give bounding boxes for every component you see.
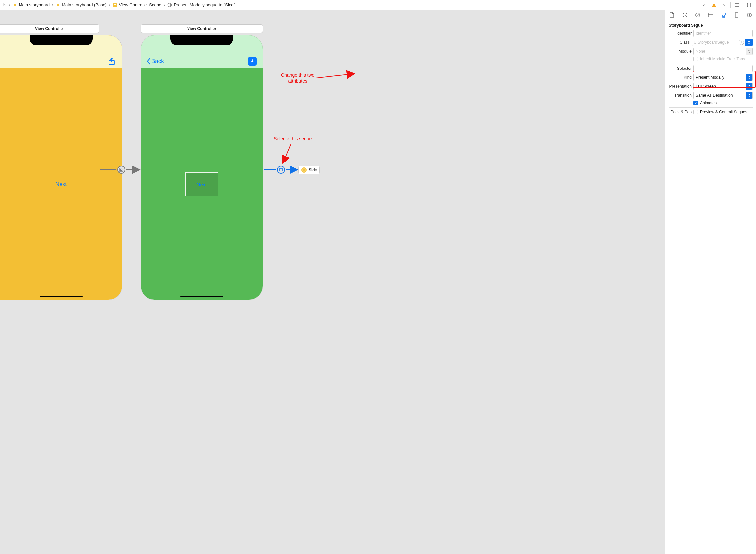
outline-toggle-button[interactable]: [733, 1, 741, 9]
identity-icon: [708, 13, 713, 17]
svg-rect-22: [121, 169, 122, 171]
next-button[interactable]: Next: [55, 181, 67, 188]
selector-input[interactable]: [693, 65, 753, 72]
class-input[interactable]: [692, 39, 746, 46]
row-inherit: Inherit Module From Target: [669, 57, 753, 61]
home-indicator-icon: [40, 295, 83, 297]
svg-rect-9: [714, 6, 714, 6]
svg-rect-5: [114, 4, 116, 5]
attributes-icon: [721, 12, 726, 18]
svg-point-6: [168, 3, 172, 7]
scene-title-bar[interactable]: View Controller: [140, 24, 263, 33]
chevron-right-icon: ›: [51, 2, 54, 8]
animates-checkbox[interactable]: [693, 101, 698, 105]
tab-help[interactable]: ?: [693, 11, 702, 19]
download-button[interactable]: [248, 57, 257, 65]
svg-line-20: [283, 144, 291, 163]
breadcrumb-label: Present Modally segue to "Side": [174, 2, 235, 7]
field-label: Module: [669, 49, 693, 54]
field-label: Class: [669, 40, 692, 45]
field-label: Presentation: [669, 84, 693, 89]
inherit-checkbox[interactable]: [693, 57, 698, 61]
field-label: Peek & Pop: [669, 110, 693, 114]
segue-node[interactable]: [117, 166, 125, 174]
scene-title-label: View Controller: [187, 26, 216, 31]
issues-button[interactable]: [710, 1, 718, 9]
clock-icon: [682, 12, 688, 17]
segue-kind-icon: [279, 167, 284, 172]
chevron-left-icon: [147, 58, 151, 64]
module-dropdown[interactable]: None: [693, 48, 753, 55]
share-button[interactable]: [108, 57, 116, 65]
history-back-button[interactable]: ‹: [700, 1, 708, 9]
row-kind: Kind Present Modally: [669, 74, 753, 81]
share-icon: [108, 57, 115, 65]
breadcrumb-seg-base[interactable]: Main.storyboard (Base): [54, 0, 108, 10]
breadcrumb-seg-folder[interactable]: ls: [2, 0, 8, 10]
svg-rect-7: [169, 4, 171, 6]
breadcrumb-label: View Controller Scene: [119, 2, 162, 7]
svg-rect-1: [13, 4, 16, 6]
help-icon: ?: [695, 12, 700, 17]
adjust-editor-button[interactable]: [746, 1, 753, 9]
button-label: Next: [55, 181, 67, 187]
svg-rect-23: [280, 168, 282, 171]
chevron-updown-icon: [746, 83, 752, 90]
dropdown-value: Present Modally: [694, 75, 746, 80]
transition-dropdown[interactable]: Same As Destination: [693, 92, 753, 99]
field-label: Identifier: [669, 31, 693, 36]
chevron-updown-icon: [746, 92, 752, 99]
segue-node-selected[interactable]: [277, 166, 285, 174]
panel-icon: [747, 3, 752, 7]
checkbox-label: Animates: [700, 101, 717, 105]
peekpop-checkbox[interactable]: [693, 110, 698, 114]
scene-title-bar[interactable]: View Controller: [0, 24, 99, 33]
history-forward-button[interactable]: ›: [720, 1, 728, 9]
svg-text:?: ?: [697, 13, 699, 17]
chevron-updown-icon: [746, 74, 752, 81]
download-icon: [250, 59, 255, 64]
breadcrumb-seg-segue[interactable]: Present Modally segue to "Side": [166, 0, 237, 10]
back-button[interactable]: Back: [147, 58, 164, 64]
chip-label: Side: [309, 168, 317, 172]
breadcrumb-seg-storyboard[interactable]: Main.storyboard: [11, 0, 51, 10]
presentation-dropdown[interactable]: Full Screen: [693, 83, 753, 90]
side-view-controller-chip[interactable]: Side: [298, 166, 320, 174]
container-view[interactable]: Next: [185, 172, 218, 196]
row-module: Module None: [669, 48, 753, 55]
breadcrumb-seg-scene[interactable]: View Controller Scene: [111, 0, 163, 10]
view-controller-left[interactable]: Next: [0, 35, 122, 300]
tab-identity[interactable]: [706, 11, 715, 19]
dropdown-value: Full Screen: [694, 84, 746, 89]
tab-size[interactable]: [732, 11, 741, 19]
class-dropdown-button[interactable]: [745, 39, 753, 46]
toolbar-right-group: ‹ ›: [698, 0, 756, 10]
row-presentation: Presentation Full Screen: [669, 83, 753, 90]
storyboard-canvas[interactable]: View Controller Next View Con: [0, 10, 665, 554]
list-icon: [734, 3, 740, 7]
checkbox-label: Preview & Commit Segues: [700, 110, 747, 114]
identifier-input[interactable]: [693, 30, 753, 37]
tab-connections[interactable]: [745, 11, 754, 19]
add-class-button[interactable]: +: [739, 40, 744, 45]
kind-dropdown[interactable]: Present Modally: [693, 74, 753, 81]
button-label: Next: [197, 182, 207, 187]
home-indicator-icon: [180, 295, 223, 297]
main-split: View Controller Next View Con: [0, 10, 756, 554]
tab-file[interactable]: [668, 11, 676, 19]
notch-icon: [30, 36, 92, 45]
view-controller-right[interactable]: Back Next: [140, 35, 263, 300]
row-animates: Animates: [669, 101, 753, 105]
row-identifier: Identifier: [669, 30, 753, 37]
svg-rect-4: [113, 3, 117, 7]
row-peekpop: Peek & Pop Preview & Commit Segues: [669, 110, 753, 114]
checkbox-label: Inherit Module From Target: [700, 57, 748, 61]
tab-history[interactable]: [681, 11, 689, 19]
top-toolbar: ls › Main.storyboard › Main.storyboard (…: [0, 0, 756, 10]
dropdown-value: None: [694, 49, 746, 54]
breadcrumb-label: Main.storyboard (Base): [62, 2, 107, 7]
annotation-top: Change this two attributes: [281, 72, 314, 84]
svg-rect-10: [747, 3, 752, 7]
notch-icon: [170, 36, 233, 45]
tab-attributes[interactable]: [719, 11, 728, 19]
